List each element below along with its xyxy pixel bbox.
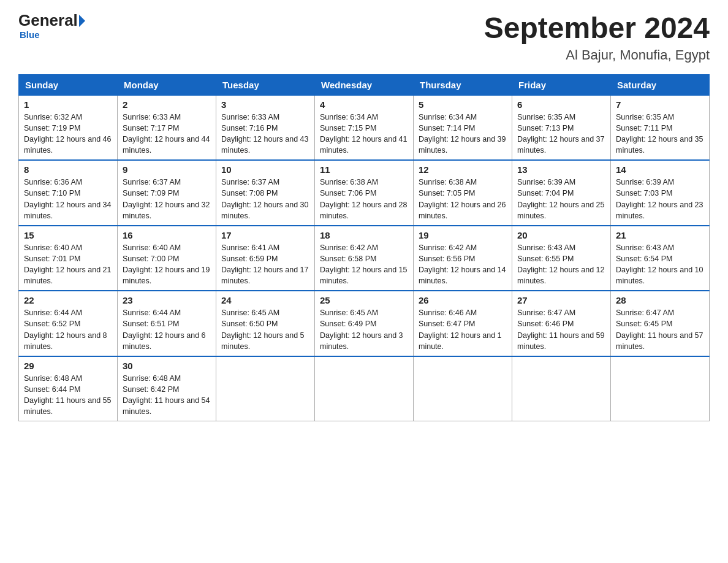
calendar-cell: 8Sunrise: 6:36 AMSunset: 7:10 PMDaylight…	[19, 160, 118, 226]
calendar-cell: 9Sunrise: 6:37 AMSunset: 7:09 PMDaylight…	[118, 160, 216, 226]
calendar-cell: 7Sunrise: 6:35 AMSunset: 7:11 PMDaylight…	[611, 95, 710, 160]
header-wednesday: Wednesday	[315, 74, 414, 95]
day-number: 20	[517, 230, 605, 240]
calendar-table: Sunday Monday Tuesday Wednesday Thursday…	[18, 74, 710, 422]
day-info: Sunrise: 6:47 AMSunset: 6:46 PMDaylight:…	[517, 307, 605, 352]
header-thursday: Thursday	[414, 74, 512, 95]
day-number: 29	[24, 361, 112, 371]
day-number: 11	[320, 164, 408, 175]
day-number: 4	[320, 99, 408, 110]
day-number: 13	[517, 164, 605, 175]
day-info: Sunrise: 6:44 AMSunset: 6:52 PMDaylight:…	[24, 307, 112, 352]
calendar-cell	[414, 356, 512, 421]
calendar-cell: 29Sunrise: 6:48 AMSunset: 6:44 PMDayligh…	[19, 356, 118, 421]
day-info: Sunrise: 6:44 AMSunset: 6:51 PMDaylight:…	[123, 307, 211, 352]
day-number: 14	[616, 164, 704, 175]
calendar-cell: 12Sunrise: 6:38 AMSunset: 7:05 PMDayligh…	[414, 160, 512, 226]
calendar-title: September 2024	[484, 12, 710, 45]
day-info: Sunrise: 6:42 AMSunset: 6:56 PMDaylight:…	[419, 242, 507, 287]
day-number: 26	[419, 295, 507, 305]
day-info: Sunrise: 6:35 AMSunset: 7:11 PMDaylight:…	[616, 112, 704, 156]
day-info: Sunrise: 6:45 AMSunset: 6:49 PMDaylight:…	[320, 307, 408, 352]
day-info: Sunrise: 6:39 AMSunset: 7:03 PMDaylight:…	[616, 177, 704, 221]
calendar-cell: 17Sunrise: 6:41 AMSunset: 6:59 PMDayligh…	[216, 226, 315, 291]
calendar-subtitle: Al Bajur, Monufia, Egypt	[484, 47, 710, 63]
calendar-cell: 16Sunrise: 6:40 AMSunset: 7:00 PMDayligh…	[118, 226, 216, 291]
day-number: 12	[419, 164, 507, 175]
calendar-week-row: 1Sunrise: 6:32 AMSunset: 7:19 PMDaylight…	[19, 95, 710, 160]
day-info: Sunrise: 6:38 AMSunset: 7:06 PMDaylight:…	[320, 177, 408, 221]
logo-name-part: General	[18, 12, 78, 28]
calendar-cell: 25Sunrise: 6:45 AMSunset: 6:49 PMDayligh…	[315, 291, 414, 356]
calendar-cell: 6Sunrise: 6:35 AMSunset: 7:13 PMDaylight…	[512, 95, 611, 160]
calendar-cell: 5Sunrise: 6:34 AMSunset: 7:14 PMDaylight…	[414, 95, 512, 160]
day-number: 10	[221, 164, 309, 175]
calendar-cell: 21Sunrise: 6:43 AMSunset: 6:54 PMDayligh…	[611, 226, 710, 291]
day-info: Sunrise: 6:40 AMSunset: 7:01 PMDaylight:…	[24, 242, 112, 287]
calendar-cell: 24Sunrise: 6:45 AMSunset: 6:50 PMDayligh…	[216, 291, 315, 356]
calendar-cell	[315, 356, 414, 421]
calendar-cell: 15Sunrise: 6:40 AMSunset: 7:01 PMDayligh…	[19, 226, 118, 291]
day-info: Sunrise: 6:37 AMSunset: 7:09 PMDaylight:…	[123, 177, 211, 221]
calendar-header-row: Sunday Monday Tuesday Wednesday Thursday…	[19, 74, 710, 95]
day-info: Sunrise: 6:33 AMSunset: 7:16 PMDaylight:…	[221, 112, 309, 156]
page-header: General Blue September 2024 Al Bajur, Mo…	[18, 12, 710, 63]
day-info: Sunrise: 6:48 AMSunset: 6:42 PMDaylight:…	[123, 373, 211, 418]
day-number: 2	[123, 99, 211, 110]
day-number: 24	[221, 295, 309, 305]
day-number: 21	[616, 230, 704, 240]
day-info: Sunrise: 6:43 AMSunset: 6:55 PMDaylight:…	[517, 242, 605, 287]
day-number: 22	[24, 295, 112, 305]
day-info: Sunrise: 6:43 AMSunset: 6:54 PMDaylight:…	[616, 242, 704, 287]
day-info: Sunrise: 6:38 AMSunset: 7:05 PMDaylight:…	[419, 177, 507, 221]
day-info: Sunrise: 6:33 AMSunset: 7:17 PMDaylight:…	[123, 112, 211, 156]
day-number: 9	[123, 164, 211, 175]
day-info: Sunrise: 6:47 AMSunset: 6:45 PMDaylight:…	[616, 307, 704, 352]
day-info: Sunrise: 6:34 AMSunset: 7:15 PMDaylight:…	[320, 112, 408, 156]
logo-blue-part: Blue	[20, 29, 40, 40]
calendar-week-row: 8Sunrise: 6:36 AMSunset: 7:10 PMDaylight…	[19, 160, 710, 226]
day-number: 27	[517, 295, 605, 305]
calendar-cell: 3Sunrise: 6:33 AMSunset: 7:16 PMDaylight…	[216, 95, 315, 160]
day-number: 30	[123, 361, 211, 371]
day-info: Sunrise: 6:40 AMSunset: 7:00 PMDaylight:…	[123, 242, 211, 287]
calendar-cell: 2Sunrise: 6:33 AMSunset: 7:17 PMDaylight…	[118, 95, 216, 160]
header-saturday: Saturday	[611, 74, 710, 95]
day-number: 16	[123, 230, 211, 240]
day-info: Sunrise: 6:32 AMSunset: 7:19 PMDaylight:…	[24, 112, 112, 156]
calendar-cell: 27Sunrise: 6:47 AMSunset: 6:46 PMDayligh…	[512, 291, 611, 356]
calendar-cell	[611, 356, 710, 421]
calendar-cell	[512, 356, 611, 421]
header-friday: Friday	[512, 74, 611, 95]
day-info: Sunrise: 6:41 AMSunset: 6:59 PMDaylight:…	[221, 242, 309, 287]
calendar-cell: 4Sunrise: 6:34 AMSunset: 7:15 PMDaylight…	[315, 95, 414, 160]
day-number: 5	[419, 99, 507, 110]
day-number: 7	[616, 99, 704, 110]
header-tuesday: Tuesday	[216, 74, 315, 95]
calendar-week-row: 22Sunrise: 6:44 AMSunset: 6:52 PMDayligh…	[19, 291, 710, 356]
day-number: 6	[517, 99, 605, 110]
day-info: Sunrise: 6:37 AMSunset: 7:08 PMDaylight:…	[221, 177, 309, 221]
day-info: Sunrise: 6:46 AMSunset: 6:47 PMDaylight:…	[419, 307, 507, 352]
title-block: September 2024 Al Bajur, Monufia, Egypt	[484, 12, 710, 63]
calendar-cell: 23Sunrise: 6:44 AMSunset: 6:51 PMDayligh…	[118, 291, 216, 356]
day-info: Sunrise: 6:48 AMSunset: 6:44 PMDaylight:…	[24, 373, 112, 418]
day-info: Sunrise: 6:36 AMSunset: 7:10 PMDaylight:…	[24, 177, 112, 221]
calendar-cell: 20Sunrise: 6:43 AMSunset: 6:55 PMDayligh…	[512, 226, 611, 291]
day-number: 8	[24, 164, 112, 175]
logo: General Blue	[18, 12, 85, 40]
calendar-cell: 1Sunrise: 6:32 AMSunset: 7:19 PMDaylight…	[19, 95, 118, 160]
day-number: 23	[123, 295, 211, 305]
calendar-cell: 22Sunrise: 6:44 AMSunset: 6:52 PMDayligh…	[19, 291, 118, 356]
calendar-cell: 19Sunrise: 6:42 AMSunset: 6:56 PMDayligh…	[414, 226, 512, 291]
logo-arrow-icon	[79, 15, 85, 27]
day-info: Sunrise: 6:34 AMSunset: 7:14 PMDaylight:…	[419, 112, 507, 156]
calendar-week-row: 15Sunrise: 6:40 AMSunset: 7:01 PMDayligh…	[19, 226, 710, 291]
day-number: 28	[616, 295, 704, 305]
day-number: 19	[419, 230, 507, 240]
day-info: Sunrise: 6:39 AMSunset: 7:04 PMDaylight:…	[517, 177, 605, 221]
calendar-cell: 10Sunrise: 6:37 AMSunset: 7:08 PMDayligh…	[216, 160, 315, 226]
calendar-cell: 13Sunrise: 6:39 AMSunset: 7:04 PMDayligh…	[512, 160, 611, 226]
calendar-cell: 26Sunrise: 6:46 AMSunset: 6:47 PMDayligh…	[414, 291, 512, 356]
calendar-cell: 30Sunrise: 6:48 AMSunset: 6:42 PMDayligh…	[118, 356, 216, 421]
